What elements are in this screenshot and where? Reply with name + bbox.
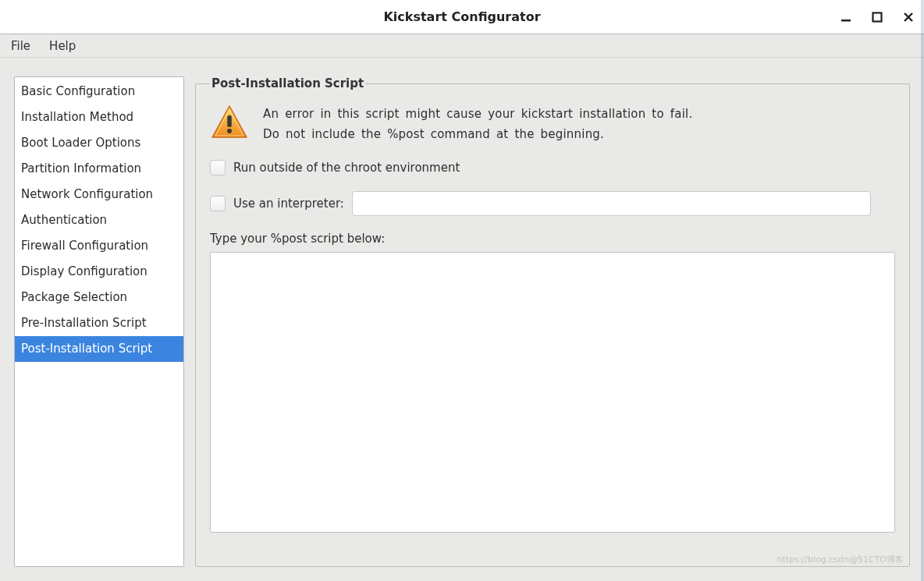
sidebar-item-basic-configuration[interactable]: Basic Configuration: [15, 79, 183, 105]
sidebar[interactable]: Basic ConfigurationInstallation MethodBo…: [14, 76, 184, 567]
minimize-button[interactable]: [838, 9, 854, 25]
content-area: Basic ConfigurationInstallation MethodBo…: [0, 58, 924, 581]
svg-rect-4: [227, 115, 232, 127]
sidebar-item-post-installation-script[interactable]: Post-Installation Script: [15, 336, 183, 362]
interpreter-input[interactable]: [352, 191, 871, 216]
close-button[interactable]: [901, 9, 916, 25]
minimize-icon: [840, 11, 852, 23]
sidebar-item-partition-information[interactable]: Partition Information: [15, 156, 183, 182]
interpreter-row: Use an interpreter:: [210, 186, 895, 221]
menu-help[interactable]: Help: [46, 37, 79, 55]
svg-rect-1: [873, 13, 882, 22]
chroot-row: Run outside of the chroot environment: [210, 155, 895, 180]
svg-rect-0: [841, 19, 851, 22]
groupbox-legend: Post-Installation Script: [210, 76, 365, 90]
sidebar-item-firewall-configuration[interactable]: Firewall Configuration: [15, 233, 183, 259]
post-install-groupbox: Post-Installation Script: [195, 76, 910, 567]
close-icon: [903, 12, 914, 23]
sidebar-item-pre-installation-script[interactable]: Pre-Installation Script: [15, 310, 183, 336]
window-border-right: [921, 0, 924, 581]
warning-row: An error in this script might cause your…: [210, 100, 895, 155]
sidebar-item-display-configuration[interactable]: Display Configuration: [15, 259, 183, 285]
window-controls: [838, 0, 916, 34]
sidebar-item-boot-loader-options[interactable]: Boot Loader Options: [15, 130, 183, 156]
maximize-button[interactable]: [869, 9, 885, 25]
sidebar-item-authentication[interactable]: Authentication: [15, 207, 183, 233]
chroot-checkbox[interactable]: [210, 160, 226, 175]
main-panel: Post-Installation Script: [195, 76, 910, 567]
menu-file[interactable]: File: [8, 37, 34, 55]
warning-triangle-icon: [210, 105, 249, 140]
window-title: Kickstart Configurator: [0, 9, 924, 24]
sidebar-item-installation-method[interactable]: Installation Method: [15, 105, 183, 130]
svg-point-5: [227, 129, 232, 133]
interpreter-checkbox[interactable]: [210, 196, 226, 211]
sidebar-item-package-selection[interactable]: Package Selection: [15, 285, 183, 310]
maximize-icon: [872, 12, 883, 23]
post-script-textarea[interactable]: [210, 252, 895, 533]
warning-text: An error in this script might cause your…: [263, 105, 700, 144]
chroot-label: Run outside of the chroot environment: [233, 161, 460, 175]
menubar: File Help: [0, 34, 924, 58]
interpreter-label: Use an interpreter:: [233, 197, 344, 211]
script-prompt: Type your %post script below:: [210, 232, 895, 246]
titlebar: Kickstart Configurator: [0, 0, 924, 34]
sidebar-item-network-configuration[interactable]: Network Configuration: [15, 182, 183, 207]
